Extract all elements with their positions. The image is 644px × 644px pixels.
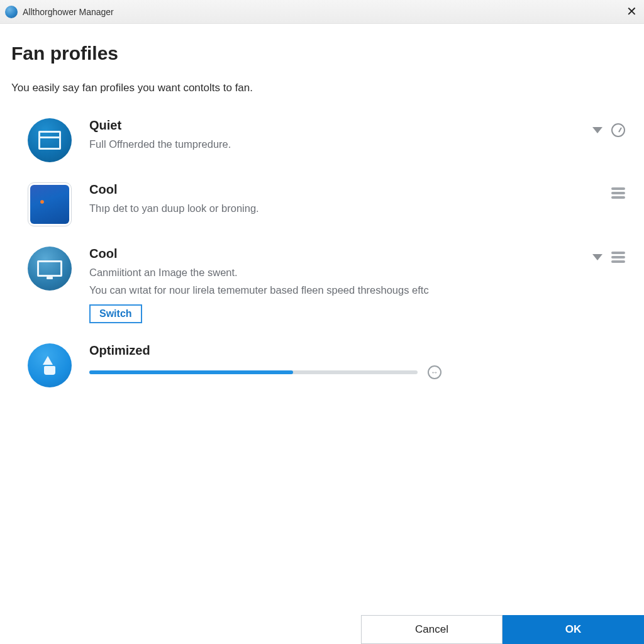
dialog-footer: Cancel OK — [0, 615, 644, 644]
bolt-icon — [28, 343, 72, 387]
cancel-button[interactable]: Cancel — [361, 615, 502, 644]
slider-end-icon[interactable]: ↔ — [428, 365, 441, 379]
switch-button[interactable]: Switch — [89, 304, 142, 323]
optimized-slider[interactable] — [89, 370, 418, 374]
stack-icon[interactable] — [611, 187, 625, 199]
close-icon[interactable]: ✕ — [623, 3, 640, 20]
page-subtitle: You easily say fan profiles you want con… — [11, 82, 633, 94]
wallpaper-thumb-icon — [28, 182, 72, 226]
optimized-slider-fill — [89, 370, 293, 374]
profile-row-quiet[interactable]: Quiet Full Offnerded the tumpredure. — [11, 112, 633, 176]
profile-desc-secondary: You can wıtat for nour lirela tememuter … — [89, 282, 592, 299]
page-title: Fan profiles — [11, 43, 633, 64]
profile-title: Cool — [89, 182, 611, 197]
stack-icon[interactable] — [611, 252, 625, 263]
profile-desc: Thıp det to yan duup look or broning. — [89, 201, 611, 217]
profile-row-cool-a[interactable]: Cool Thıp det to yan duup look or bronin… — [11, 176, 633, 240]
ok-button[interactable]: OK — [502, 615, 644, 644]
profile-title: Optimized — [89, 343, 633, 358]
profile-title: Cool — [89, 247, 592, 261]
profile-title: Quiet — [89, 118, 592, 133]
window-icon — [28, 118, 72, 162]
chevron-down-icon[interactable] — [592, 127, 602, 133]
profile-desc: Full Offnerded the tumpredure. — [89, 136, 592, 153]
profile-row-optimized[interactable]: Optimized ↔ — [11, 337, 633, 401]
gauge-icon[interactable] — [611, 123, 625, 137]
app-icon — [5, 6, 18, 18]
chevron-down-icon[interactable] — [592, 254, 602, 260]
window-title: Allthorghower Manager — [23, 7, 114, 17]
titlebar: Allthorghower Manager ✕ — [0, 0, 644, 24]
profile-row-cool-b[interactable]: Cool Canmiitiont an Image the swent. You… — [11, 240, 633, 337]
profile-desc: Canmiitiont an Image the swent. — [89, 265, 592, 281]
monitor-icon — [28, 247, 72, 291]
content-area: Fan profiles You easily say fan profiles… — [0, 24, 644, 477]
